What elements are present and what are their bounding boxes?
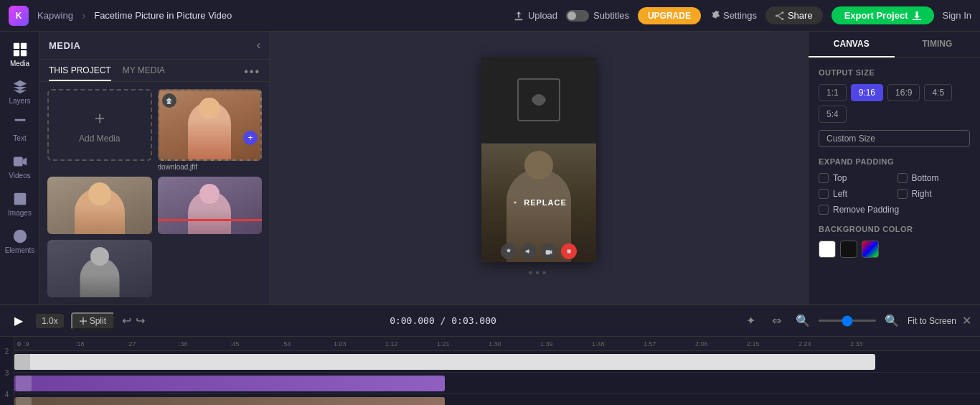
sidebar-layers-label: Layers	[9, 97, 30, 105]
svg-point-16	[514, 202, 516, 203]
close-button[interactable]: ✕	[962, 314, 971, 327]
sign-in-button[interactable]: Sign In	[943, 10, 971, 21]
track-row-3[interactable]	[14, 373, 980, 394]
padding-right-checkbox[interactable]	[897, 189, 908, 199]
padding-bottom-checkbox[interactable]	[897, 173, 908, 183]
tab-canvas[interactable]: CANVAS	[809, 32, 895, 57]
canvas-ctrl-effects[interactable]	[501, 243, 517, 259]
color-swatch-custom[interactable]	[862, 241, 879, 258]
color-swatch-white[interactable]	[819, 241, 836, 258]
media-tab-my-media[interactable]: MY MEDIA	[123, 65, 165, 81]
size-btn-5-4[interactable]: 5:4	[819, 106, 847, 123]
split-button[interactable]: Split	[71, 312, 115, 330]
split-label: Split	[90, 316, 106, 326]
track-clip-img[interactable]	[14, 376, 445, 391]
timeline-ruler: 0 :9 :18 :27 :36 :45 :54 1:03 1:12 1:21 …	[14, 337, 980, 351]
size-btn-9-16[interactable]: 9:16	[851, 84, 883, 101]
upgrade-button[interactable]: UPGRADE	[638, 7, 701, 24]
canvas-ctrl-camera[interactable]	[541, 243, 557, 259]
ripple-button[interactable]: ✦	[741, 311, 761, 331]
replace-label: REPLACE	[524, 198, 567, 207]
canvas-ctrl-mute[interactable]	[521, 243, 537, 259]
play-button[interactable]: ▶	[9, 311, 29, 331]
media-item[interactable]: 9ba1e8f095a4c...	[47, 240, 152, 297]
undo-redo-controls: ↩ ↪	[122, 314, 145, 327]
export-button[interactable]: Export Project	[831, 6, 934, 24]
svg-point-1	[781, 18, 783, 20]
subtitles-toggle[interactable]: Subtitles	[566, 10, 629, 22]
track-row-4[interactable]	[14, 394, 980, 405]
tab-timing[interactable]: TIMING	[895, 32, 981, 57]
canvas-more-dots[interactable]: •••	[529, 266, 550, 279]
media-delete-badge-1[interactable]: 🗑	[162, 93, 176, 108]
svg-line-4	[778, 16, 781, 19]
media-tabs: THIS PROJECT MY MEDIA •••	[40, 60, 269, 82]
media-panel-title: MEDIA	[49, 40, 80, 51]
custom-size-button[interactable]: Custom Size	[819, 130, 970, 147]
remove-padding-label: Remove Padding	[833, 205, 899, 215]
speed-control[interactable]: 1.0x	[36, 314, 64, 328]
timeline-tracks[interactable]: 0 :9 :18 :27 :36 :45 :54 1:03 1:12 1:21 …	[14, 337, 980, 405]
breadcrumb-sep: ›	[82, 9, 85, 22]
sidebar-item-text[interactable]: Text	[2, 112, 38, 146]
canvas-ctrl-end[interactable]	[561, 243, 577, 259]
bottom-area: ▶ 1.0x Split ↩ ↪ 0:00.000 / 0:03.000 ✦ ⇔…	[0, 304, 980, 405]
svg-rect-5	[13, 43, 19, 49]
track-clip-white[interactable]	[14, 354, 875, 370]
undo-button[interactable]: ↩	[122, 314, 131, 327]
sidebar-item-videos[interactable]: Videos	[2, 149, 38, 184]
media-thumb-3	[158, 177, 263, 234]
media-panel-header: MEDIA ‹	[40, 32, 269, 60]
padding-top-checkbox[interactable]	[819, 173, 829, 183]
sidebar-text-label: Text	[13, 134, 26, 142]
zoom-in-button[interactable]: 🔍	[882, 311, 902, 331]
fit-to-screen-button[interactable]: Fit to Screen	[908, 316, 956, 326]
media-tab-this-project[interactable]: THIS PROJECT	[49, 65, 111, 81]
redo-button[interactable]: ↪	[136, 314, 145, 327]
right-panel-tabs: CANVAS TIMING	[809, 32, 980, 58]
padding-right: Right	[897, 189, 971, 199]
brand-name[interactable]: Kapwing	[37, 10, 73, 21]
svg-rect-6	[20, 43, 26, 49]
media-item[interactable]: download.jfif	[47, 177, 152, 234]
add-media-label: Add Media	[79, 134, 120, 144]
sidebar-item-images[interactable]: Images	[2, 187, 38, 221]
sidebar-item-layers[interactable]: Layers	[2, 75, 38, 109]
time-separator: /	[440, 315, 452, 326]
upload-button[interactable]: Upload	[514, 10, 557, 21]
left-sidebar: Media Layers Text Videos Images Elements	[0, 32, 40, 304]
right-panel-content: OUTPUT SIZE 1:1 9:16 16:9 4:5 5:4 Custom…	[809, 58, 980, 304]
track-row-2[interactable]	[14, 351, 980, 373]
media-panel: MEDIA ‹ THIS PROJECT MY MEDIA ••• ＋ Add …	[40, 32, 270, 304]
track-num-2: 2	[0, 340, 14, 362]
media-plus-badge-1[interactable]: +	[243, 131, 258, 145]
zoom-slider[interactable]	[819, 320, 876, 322]
main-area: Media Layers Text Videos Images Elements…	[0, 32, 980, 304]
media-item[interactable]: download.jfif	[158, 177, 263, 234]
remove-padding-checkbox[interactable]	[819, 205, 829, 215]
media-panel-collapse-button[interactable]: ‹	[257, 39, 260, 52]
add-media-button[interactable]: ＋ Add Media	[47, 89, 152, 161]
sidebar-item-media[interactable]: Media	[2, 37, 38, 72]
color-swatch-black[interactable]	[840, 241, 857, 258]
svg-rect-8	[20, 50, 26, 56]
media-tab-more[interactable]: •••	[244, 65, 260, 81]
project-title[interactable]: Facetime Picture in Picture Video	[94, 10, 232, 21]
subtitles-toggle-switch[interactable]	[566, 10, 589, 22]
svg-point-0	[781, 11, 783, 14]
sidebar-item-elements[interactable]: Elements	[2, 224, 38, 259]
size-btn-1-1[interactable]: 1:1	[819, 84, 847, 101]
media-item[interactable]: 🗑 + download.jfif	[158, 89, 263, 171]
move-button[interactable]: ⇔	[767, 311, 787, 331]
track-clip-img2[interactable]	[14, 397, 445, 406]
svg-rect-7	[13, 50, 19, 56]
zoom-out-button[interactable]: 🔍	[793, 311, 813, 331]
size-btn-16-9[interactable]: 16:9	[887, 84, 920, 101]
padding-left-checkbox[interactable]	[819, 189, 829, 199]
settings-button[interactable]: Settings	[710, 10, 757, 21]
sidebar-images-label: Images	[8, 209, 32, 217]
share-button[interactable]: Share	[765, 6, 823, 24]
size-btn-4-5[interactable]: 4:5	[924, 84, 952, 101]
svg-point-11	[17, 195, 19, 197]
sidebar-elements-label: Elements	[5, 246, 35, 254]
